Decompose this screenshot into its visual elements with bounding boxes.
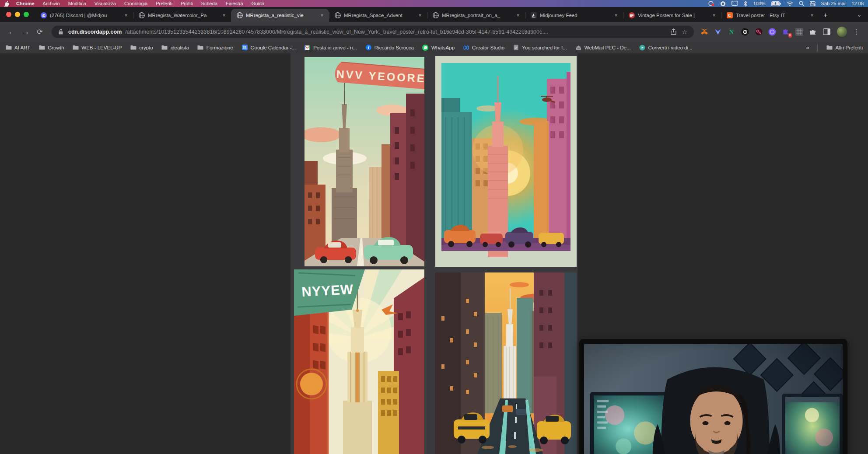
tab-close-icon[interactable]: × <box>122 12 130 19</box>
bookmark-facebook-profile[interactable]: f Riccardo Scrocca <box>365 44 414 51</box>
menu-profili[interactable]: Profili <box>181 1 193 6</box>
menu-guida[interactable]: Guida <box>252 1 264 6</box>
menu-finestra[interactable]: Finestra <box>226 1 243 6</box>
bookmark-label: AI ART <box>14 45 30 50</box>
menu-scheda[interactable]: Scheda <box>201 1 217 6</box>
bookmark-label: Formazione <box>206 45 233 50</box>
poster-bottom-left: NYYEW <box>294 269 424 454</box>
menu-chrome[interactable]: Chrome <box>16 1 35 6</box>
bookmark-folder-idealista[interactable]: idealista <box>161 44 189 51</box>
bookmark-label: Converti i video di... <box>648 45 693 50</box>
display-icon[interactable] <box>732 1 738 6</box>
screen: Chrome Archivio Modifica Visualizza Cron… <box>0 0 868 454</box>
menu-cronologia[interactable]: Cronologia <box>124 1 147 6</box>
bookmark-video-converter[interactable]: Converti i video di... <box>639 44 693 51</box>
tab-midjourney-feed[interactable]: Midjourney Feed × <box>525 9 623 22</box>
bookmark-other-favorites[interactable]: Altri Preferiti <box>826 44 863 51</box>
purple-puzzle-extension-icon[interactable]: 6 <box>781 28 790 36</box>
bookmark-label: WEB - LEVEL-UP <box>81 45 122 50</box>
spotlight-icon[interactable] <box>799 1 804 6</box>
bookmark-folder-ai-art[interactable]: AI ART <box>5 44 30 51</box>
tab-vintage-posters[interactable]: Vintage Posters for Sale | × <box>623 9 721 22</box>
tab-watercolor[interactable]: MRregista_Watercolor_Pa × <box>133 9 231 22</box>
bluetooth-icon[interactable] <box>744 1 747 7</box>
profile-avatar[interactable] <box>837 27 847 37</box>
key-extension-icon[interactable] <box>754 28 763 36</box>
tab-label: (2765) Discord | @Midjou <box>50 13 119 18</box>
control-center-icon[interactable] <box>810 1 816 6</box>
tab-portrait[interactable]: MRregista_portrait_on_a_ × <box>427 9 525 22</box>
bookmark-gmail-inbox[interactable]: Posta in arrivo - ri... <box>304 44 357 51</box>
new-tab-button[interactable]: + <box>819 9 832 22</box>
menu-visualizza[interactable]: Visualizza <box>94 1 116 6</box>
bookmark-folder-growth[interactable]: Growth <box>38 44 64 51</box>
side-panel-icon[interactable] <box>822 28 831 36</box>
wifi-icon[interactable] <box>787 1 793 6</box>
bookmark-star-icon[interactable]: ☆ <box>681 28 689 35</box>
tab-etsy[interactable]: E Travel poster - Etsy IT × <box>721 9 819 22</box>
bookmark-google-calendar[interactable]: 31 Google Calendar -... <box>242 44 296 51</box>
n-extension-icon[interactable]: N <box>727 28 736 36</box>
window-zoom-button[interactable] <box>24 12 29 17</box>
google-calendar-icon: 31 <box>242 44 248 51</box>
bookmark-label: Creator Studio <box>472 45 504 50</box>
tab-realistic-view-active[interactable]: MRregista_a_realistic_vie × <box>231 9 329 22</box>
menu-modifica[interactable]: Modifica <box>68 1 86 6</box>
facebook-icon: f <box>365 44 372 51</box>
bookmark-label: Growth <box>48 45 64 50</box>
metamask-extension-icon[interactable] <box>700 28 709 36</box>
bookmark-folder-crypto[interactable]: crypto <box>130 44 153 51</box>
bookmark-label: Google Calendar -... <box>251 45 296 50</box>
tab-discord[interactable]: (2765) Discord | @Midjou × <box>35 9 133 22</box>
tab-close-icon[interactable]: × <box>220 12 228 19</box>
poster-top-left: NVV YEOORE <box>304 57 424 266</box>
tab-close-icon[interactable]: × <box>416 12 424 19</box>
padlock-icon[interactable] <box>57 29 65 35</box>
tab-close-icon[interactable]: × <box>318 12 326 19</box>
apple-menu-icon[interactable] <box>4 1 9 7</box>
poster-title-text: NYYEW <box>301 282 354 300</box>
bookmark-label: Posta in arrivo - ri... <box>313 45 357 50</box>
folder-icon <box>38 44 45 51</box>
bookmarks-overflow-chevron[interactable]: » <box>806 44 809 51</box>
tab-label: MRregista_portrait_on_a_ <box>442 13 511 18</box>
tab-close-icon[interactable]: × <box>612 12 620 19</box>
bookmark-whatsapp[interactable]: WhatsApp <box>422 44 455 51</box>
purple-orb-extension-icon[interactable] <box>768 28 777 36</box>
menu-archivio[interactable]: Archivio <box>43 1 60 6</box>
tab-close-icon[interactable]: × <box>808 12 816 19</box>
menu-preferiti[interactable]: Preferiti <box>156 1 172 6</box>
menubar-time[interactable]: 12:08 <box>851 1 864 6</box>
chrome-menu-icon[interactable]: ⋮ <box>851 28 862 36</box>
window-minimize-button[interactable] <box>15 12 20 17</box>
bookmark-folder-formazione[interactable]: Formazione <box>197 44 233 51</box>
menubar-date[interactable]: Sab 25 mar <box>821 1 846 6</box>
bookmark-you-searched[interactable]: You searched for I... <box>513 44 567 51</box>
dark-circle-extension-icon[interactable] <box>741 28 749 36</box>
globe-favicon-icon <box>334 12 341 19</box>
tab-label: MRregista_Watercolor_Pa <box>148 13 217 18</box>
reload-button[interactable]: ⟳ <box>34 26 46 38</box>
window-close-button[interactable] <box>6 12 11 17</box>
tab-close-icon[interactable]: × <box>710 12 718 19</box>
wings-extension-icon[interactable] <box>714 28 722 36</box>
bookmark-webmail-pec[interactable]: WebMail PEC - De... <box>575 44 631 51</box>
bookmark-label: WebMail PEC - De... <box>584 45 631 50</box>
extensions-puzzle-icon[interactable] <box>808 28 817 36</box>
bookmark-creator-studio[interactable]: Creator Studio <box>463 44 504 51</box>
tab-close-icon[interactable]: × <box>514 12 522 19</box>
grid-extension-icon[interactable] <box>795 28 804 36</box>
battery-icon[interactable] <box>771 1 781 6</box>
bookmark-folder-web-level-up[interactable]: WEB - LEVEL-UP <box>72 44 122 51</box>
url-domain: cdn.discordapp.com <box>68 29 122 35</box>
forward-button[interactable]: → <box>20 26 32 38</box>
page-icon <box>513 44 519 51</box>
screen-record-icon[interactable] <box>708 1 714 6</box>
share-icon[interactable] <box>669 28 677 35</box>
address-bar[interactable]: cdn.discordapp.com /attachments/10135123… <box>52 26 694 38</box>
back-button[interactable]: ← <box>6 26 18 38</box>
chrome-tabstrip: (2765) Discord | @Midjou × MRregista_Wat… <box>0 7 868 22</box>
stop-record-icon[interactable] <box>720 1 726 7</box>
tab-space-adventure[interactable]: MRregista_Space_Advent × <box>329 9 427 22</box>
tab-search-chevron-icon[interactable]: ⌄ <box>850 7 868 22</box>
